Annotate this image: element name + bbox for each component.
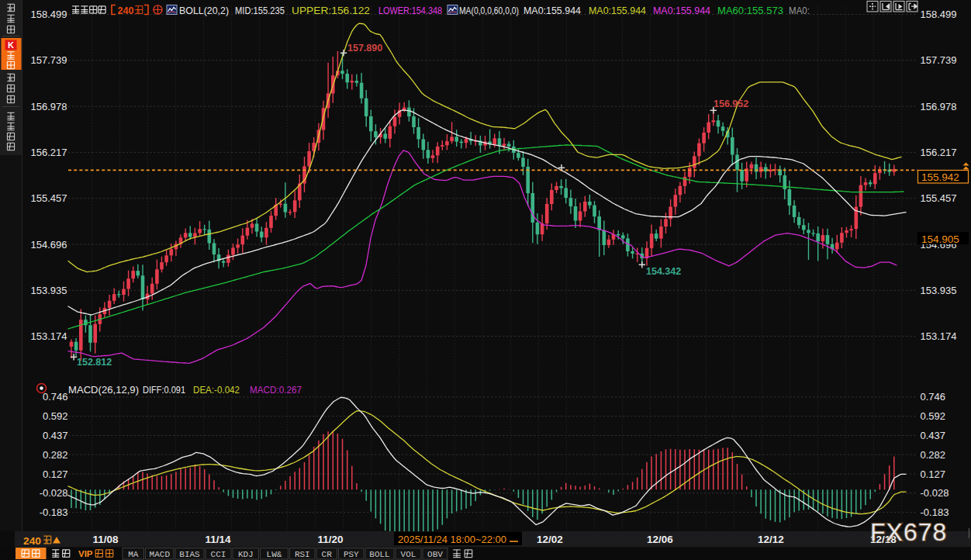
svg-text:157.739: 157.739	[31, 54, 67, 66]
svg-text:155.457: 155.457	[31, 192, 67, 204]
svg-text:240: 240	[118, 5, 134, 16]
svg-text:0.282: 0.282	[921, 449, 946, 461]
svg-text:158.499: 158.499	[921, 9, 957, 20]
svg-text:156.217: 156.217	[921, 147, 957, 158]
svg-text:0.127: 0.127	[921, 468, 946, 480]
svg-text:156.952: 156.952	[714, 99, 748, 109]
svg-text:DEA:-0.042: DEA:-0.042	[193, 384, 240, 396]
svg-text:157.739: 157.739	[921, 54, 957, 66]
svg-text:12/02: 12/02	[537, 534, 563, 545]
svg-text:0.282: 0.282	[43, 449, 68, 461]
svg-text:PSY: PSY	[344, 550, 359, 559]
svg-text:BOLL(20,2): BOLL(20,2)	[179, 5, 229, 16]
svg-text:156.217: 156.217	[31, 147, 67, 158]
svg-text:MACD(26,12,9): MACD(26,12,9)	[68, 384, 139, 396]
svg-text:DIFF:0.091: DIFF:0.091	[143, 384, 185, 396]
svg-text:154.905: 154.905	[921, 233, 959, 245]
svg-text:KDJ: KDJ	[238, 550, 254, 559]
svg-text:MA0:: MA0:	[789, 5, 810, 16]
svg-text:11/14: 11/14	[205, 534, 231, 545]
svg-text:0.437: 0.437	[921, 430, 946, 441]
svg-text:CR: CR	[322, 550, 333, 559]
svg-text:0.746: 0.746	[43, 391, 68, 403]
svg-text:MA0:155.944: MA0:155.944	[589, 5, 646, 16]
svg-text:157.890: 157.890	[347, 43, 382, 54]
svg-text:156.978: 156.978	[31, 101, 67, 112]
svg-text:0.127: 0.127	[43, 468, 68, 480]
svg-text:-0.183: -0.183	[921, 506, 949, 518]
svg-text:153.174: 153.174	[31, 330, 67, 342]
svg-text:LW&: LW&	[267, 550, 282, 559]
svg-text:156.978: 156.978	[921, 101, 957, 112]
svg-text:RSI: RSI	[295, 550, 310, 559]
svg-text:11/08: 11/08	[92, 534, 119, 545]
svg-text:0.437: 0.437	[43, 430, 68, 441]
svg-text:158.499: 158.499	[31, 9, 67, 20]
svg-text:BIAS: BIAS	[179, 550, 200, 559]
svg-text:MID:155.235: MID:155.235	[235, 5, 285, 16]
svg-text:MA0:155.944: MA0:155.944	[524, 5, 581, 16]
svg-text:MA: MA	[128, 550, 139, 559]
svg-text:BOLL: BOLL	[369, 550, 389, 559]
svg-text:MA0:155.944: MA0:155.944	[653, 5, 710, 16]
svg-text:155.942: 155.942	[921, 171, 959, 183]
svg-text:154.696: 154.696	[31, 239, 67, 251]
svg-text:UPPER:156.122: UPPER:156.122	[292, 5, 370, 16]
svg-text:152.812: 152.812	[77, 357, 112, 368]
svg-text:0.592: 0.592	[921, 410, 946, 422]
svg-text:153.935: 153.935	[31, 285, 67, 296]
svg-text:OBV: OBV	[427, 550, 443, 559]
svg-text:11/20: 11/20	[317, 534, 343, 545]
svg-text:MA(0,0,0,60,0,0): MA(0,0,0,60,0,0)	[459, 5, 519, 16]
svg-text:0.592: 0.592	[43, 410, 68, 422]
svg-text:MACD: MACD	[150, 550, 171, 559]
svg-text:CCI: CCI	[211, 550, 226, 559]
svg-text:VIP: VIP	[78, 549, 93, 558]
svg-text:240: 240	[23, 535, 41, 547]
svg-text:154.342: 154.342	[646, 266, 681, 277]
svg-text:153.174: 153.174	[921, 330, 957, 342]
svg-text:FX678: FX678	[870, 518, 947, 546]
svg-text:-0.028: -0.028	[921, 487, 949, 499]
svg-text:K: K	[8, 40, 14, 50]
svg-text:-0.183: -0.183	[40, 506, 68, 518]
svg-text:MA60:155.573: MA60:155.573	[717, 5, 783, 16]
svg-text:0.746: 0.746	[921, 391, 946, 403]
svg-text:2025/11/24 18:00~22:00: 2025/11/24 18:00~22:00	[398, 534, 506, 545]
svg-text:MACD:0.267: MACD:0.267	[250, 384, 302, 396]
svg-text:12/12: 12/12	[758, 534, 784, 545]
svg-text:VOL: VOL	[401, 550, 416, 559]
svg-text:LOWER:154.348: LOWER:154.348	[378, 5, 442, 16]
svg-text:-0.028: -0.028	[40, 487, 68, 499]
svg-text:12/06: 12/06	[647, 534, 673, 545]
svg-text:153.935: 153.935	[921, 285, 957, 296]
svg-text:155.457: 155.457	[921, 192, 957, 204]
